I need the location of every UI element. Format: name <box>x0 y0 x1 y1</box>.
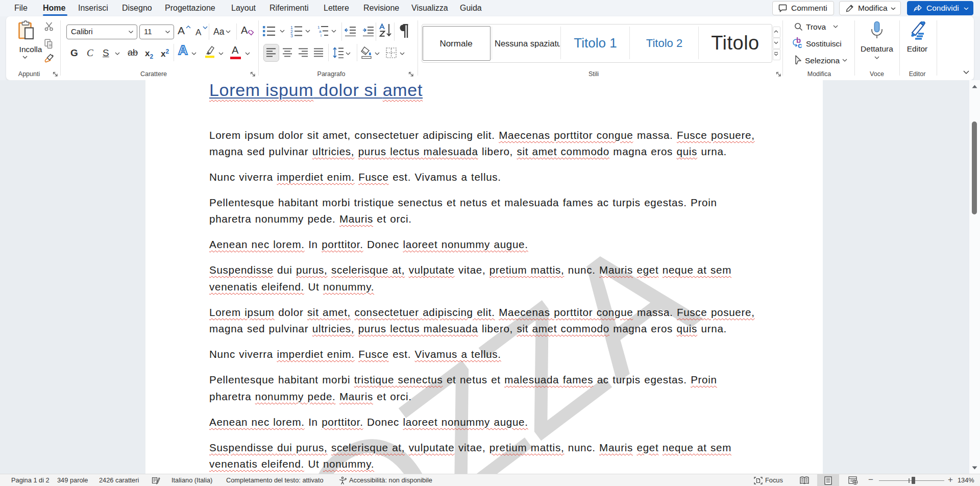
svg-text:i: i <box>321 33 322 37</box>
svg-text:3: 3 <box>290 33 293 37</box>
